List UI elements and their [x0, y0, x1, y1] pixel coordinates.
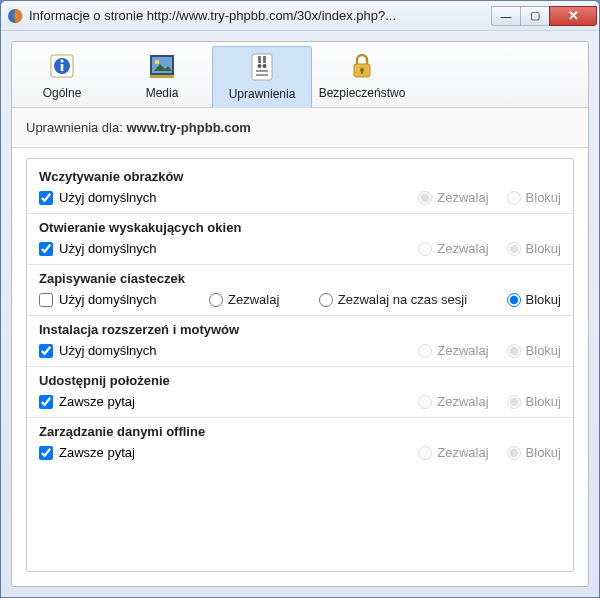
firefox-icon [7, 8, 23, 24]
radio-allow[interactable]: Zezwalaj [418, 343, 488, 358]
radio-input[interactable] [418, 446, 432, 460]
titlebar: Informacje o stronie http://www.try-phpb… [1, 1, 599, 31]
radio-input[interactable] [507, 395, 521, 409]
checkbox-label: Użyj domyślnych [59, 241, 157, 256]
svg-rect-12 [263, 56, 266, 63]
radio-input[interactable] [319, 293, 333, 307]
tab-security-label: Bezpieczeństwo [312, 86, 412, 100]
radio-input[interactable] [507, 242, 521, 256]
tab-general[interactable]: Ogólne [12, 46, 112, 107]
radio-allow[interactable]: Zezwalaj [418, 190, 488, 205]
checkbox-label: Użyj domyślnych [59, 343, 157, 358]
radio-block[interactable]: Blokuj [507, 394, 561, 409]
use-default-checkbox[interactable]: Użyj domyślnych [39, 241, 418, 256]
radio-input[interactable] [507, 344, 521, 358]
tab-permissions-label: Uprawnienia [213, 87, 311, 101]
checkbox-label: Zawsze pytaj [59, 445, 135, 460]
radio-input[interactable] [507, 191, 521, 205]
tab-permissions[interactable]: Uprawnienia [212, 46, 312, 108]
section-title: Instalacja rozszerzeń i motywów [39, 322, 561, 337]
radio-label: Zezwalaj [437, 445, 488, 460]
media-icon [146, 50, 178, 82]
svg-rect-4 [61, 64, 64, 71]
content-area: Ogólne Media Uprawnienia [1, 31, 599, 597]
radio-label: Zezwalaj na czas sesji [338, 292, 467, 307]
info-icon [46, 50, 78, 82]
radio-input[interactable] [209, 293, 223, 307]
checkbox-input[interactable] [39, 446, 53, 460]
radio-input[interactable] [507, 446, 521, 460]
radio-label: Zezwalaj [437, 241, 488, 256]
radio-label: Blokuj [526, 445, 561, 460]
always-ask-checkbox[interactable]: Zawsze pytaj [39, 445, 418, 460]
svg-rect-10 [252, 54, 272, 80]
radio-input[interactable] [418, 242, 432, 256]
radio-allow[interactable]: Zezwalaj [418, 241, 488, 256]
radio-label: Zezwalaj [437, 394, 488, 409]
checkbox-label: Użyj domyślnych [59, 190, 157, 205]
subheader-prefix: Uprawnienia dla: [26, 120, 126, 135]
radio-allow-session[interactable]: Zezwalaj na czas sesji [319, 292, 467, 307]
always-ask-checkbox[interactable]: Zawsze pytaj [39, 394, 418, 409]
permissions-list: Wczytywanie obrazków Użyj domyślnych Zez… [26, 158, 574, 572]
checkbox-label: Użyj domyślnych [59, 292, 157, 307]
tab-security[interactable]: Bezpieczeństwo [312, 46, 412, 107]
svg-rect-19 [361, 70, 363, 74]
radio-label: Blokuj [526, 241, 561, 256]
radio-label: Blokuj [526, 394, 561, 409]
radio-allow[interactable]: Zezwalaj [209, 292, 279, 307]
lock-icon [346, 50, 378, 82]
checkbox-input[interactable] [39, 344, 53, 358]
svg-rect-9 [150, 75, 174, 78]
subheader-host: www.try-phpbb.com [126, 120, 250, 135]
svg-rect-15 [256, 70, 268, 72]
window-title: Informacje o stronie http://www.try-phpb… [29, 8, 492, 23]
main-panel: Ogólne Media Uprawnienia [11, 41, 589, 587]
section-title: Zarządzanie danymi offline [39, 424, 561, 439]
radio-label: Blokuj [526, 190, 561, 205]
permissions-subheader: Uprawnienia dla: www.try-phpbb.com [12, 108, 588, 148]
checkbox-input[interactable] [39, 395, 53, 409]
maximize-button[interactable]: ▢ [520, 6, 550, 26]
radio-input[interactable] [418, 344, 432, 358]
minimize-button[interactable]: — [491, 6, 521, 26]
section-title: Udostępnij położenie [39, 373, 561, 388]
checkbox-input[interactable] [39, 242, 53, 256]
use-default-checkbox[interactable]: Użyj domyślnych [39, 343, 418, 358]
tab-general-label: Ogólne [12, 86, 112, 100]
svg-point-14 [263, 64, 267, 68]
section-load-images: Wczytywanie obrazków Użyj domyślnych Zez… [27, 163, 573, 213]
radio-allow[interactable]: Zezwalaj [418, 394, 488, 409]
window-controls: — ▢ ✕ [492, 6, 597, 26]
radio-block[interactable]: Blokuj [507, 292, 561, 307]
close-button[interactable]: ✕ [549, 6, 597, 26]
use-default-checkbox[interactable]: Użyj domyślnych [39, 292, 209, 307]
svg-rect-11 [258, 56, 261, 63]
section-popups: Otwieranie wyskakujących okien Użyj domy… [27, 213, 573, 264]
radio-input[interactable] [418, 191, 432, 205]
checkbox-input[interactable] [39, 293, 53, 307]
section-title: Zapisywanie ciasteczek [39, 271, 561, 286]
section-title: Wczytywanie obrazków [39, 169, 561, 184]
radio-input[interactable] [507, 293, 521, 307]
window: Informacje o stronie http://www.try-phpb… [0, 0, 600, 598]
radio-label: Blokuj [526, 343, 561, 358]
tab-bar: Ogólne Media Uprawnienia [12, 42, 588, 108]
radio-block[interactable]: Blokuj [507, 343, 561, 358]
section-title: Otwieranie wyskakujących okien [39, 220, 561, 235]
radio-label: Zezwalaj [437, 190, 488, 205]
radio-block[interactable]: Blokuj [507, 190, 561, 205]
section-location: Udostępnij położenie Zawsze pytaj Zezwal… [27, 366, 573, 417]
checkbox-label: Zawsze pytaj [59, 394, 135, 409]
radio-block[interactable]: Blokuj [507, 241, 561, 256]
svg-point-1 [12, 12, 18, 18]
section-cookies: Zapisywanie ciasteczek Użyj domyślnych Z… [27, 264, 573, 315]
radio-block[interactable]: Blokuj [507, 445, 561, 460]
radio-label: Zezwalaj [228, 292, 279, 307]
tab-media[interactable]: Media [112, 46, 212, 107]
permissions-icon [246, 51, 278, 83]
use-default-checkbox[interactable]: Użyj domyślnych [39, 190, 418, 205]
radio-input[interactable] [418, 395, 432, 409]
checkbox-input[interactable] [39, 191, 53, 205]
radio-allow[interactable]: Zezwalaj [418, 445, 488, 460]
